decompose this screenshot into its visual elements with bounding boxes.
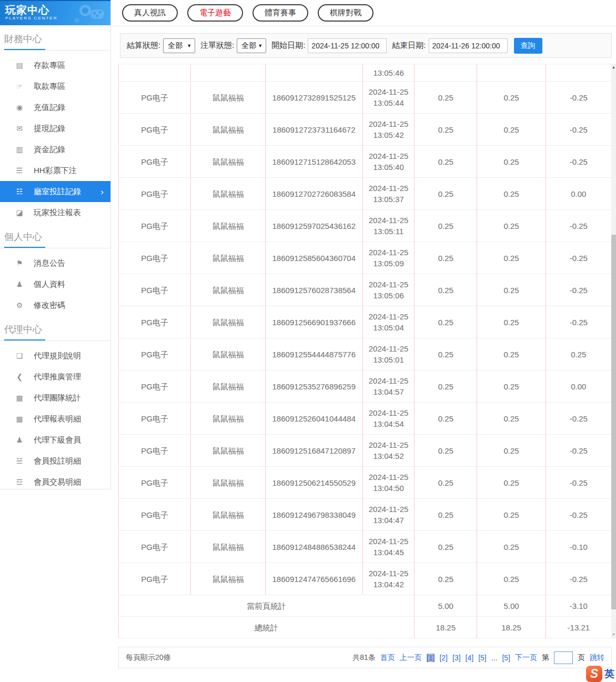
table-row: PG电子鼠鼠福福18609125062145505292024-11-2513:… — [119, 467, 612, 499]
sidebar-item-hall-bet-records[interactable]: ☷廳室投註記錄› — [0, 181, 110, 202]
sidebar-item-agent-rules[interactable]: ❏代理規則說明 — [0, 345, 110, 366]
page-link[interactable]: [5] — [478, 654, 487, 662]
sidebar-item-withdrawal-records[interactable]: ✉提現記錄 — [0, 118, 110, 139]
page-link-current[interactable]: [1] — [427, 654, 435, 662]
scroll-down-icon[interactable]: ▼ — [611, 633, 616, 637]
next-page-link[interactable]: 下一页 — [515, 653, 537, 663]
table-row: PG电子鼠鼠福福18609125970254361622024-11-2513:… — [119, 210, 612, 242]
total-summary-bet: 18.25 — [415, 617, 477, 638]
tab-board-card-games[interactable]: 棋牌對戰 — [318, 4, 373, 22]
cell-bet-id: 1860912597025436162 — [265, 210, 362, 242]
cell-bet: 0.25 — [415, 146, 477, 178]
cell-game: 鼠鼠福福 — [191, 435, 265, 467]
sidebar-item-label: 個人資料 — [34, 279, 65, 289]
bet-date: 2024-11-25 — [363, 279, 414, 290]
order-status-select[interactable]: 全部 ▼ — [237, 38, 266, 53]
cell-result: -0.25 — [546, 563, 611, 595]
page-link[interactable]: [4] — [466, 654, 474, 662]
section-title: 個人中心 — [0, 223, 110, 247]
sidebar-item-profile[interactable]: ♟個人資料 — [0, 274, 110, 295]
cell-game: 鼠鼠福福 — [191, 242, 265, 274]
start-date-input[interactable] — [308, 38, 387, 53]
sidebar-item-label: 代理團隊統計 — [34, 393, 81, 403]
cell-time: 2024-11-2513:05:06 — [362, 274, 414, 306]
sidebar-item-hh-lottery-bets[interactable]: ☰HH彩票下注 — [0, 160, 110, 181]
scrollbar-thumb[interactable] — [611, 235, 616, 609]
list-icon: ☱ — [15, 457, 24, 465]
jump-button[interactable]: 跳转 — [590, 653, 604, 663]
sidebar-item-label: 提現記錄 — [34, 124, 65, 134]
sidebar-item-agent-sub-members[interactable]: ♟代理下級會員 — [0, 429, 110, 450]
sidebar-item-deposit[interactable]: ▤存款專區 — [0, 55, 110, 76]
cell-valid: 0.25 — [477, 531, 546, 563]
filter-bar: 結算狀態: 全部 ▼ 注單狀態: 全部 ▼ 開始日期: 結束日期: 查詢 — [120, 33, 612, 58]
page-link-last[interactable]: [5] — [502, 654, 510, 662]
sidebar-item-announcements[interactable]: ⚑消息公告 — [0, 253, 110, 274]
sidebar-item-member-bet-details[interactable]: ☱會員投註明細 — [0, 450, 110, 472]
vertical-scrollbar[interactable]: ▲ ▼ — [611, 64, 616, 638]
jump-page-input[interactable] — [554, 651, 573, 664]
total-summary-label: 總統計 — [119, 617, 415, 638]
bet-clock: 13:05:40 — [363, 162, 414, 173]
cell-valid: 0.25 — [477, 435, 546, 467]
cell-game: 鼠鼠福福 — [191, 499, 265, 531]
cell-result: 0.00 — [546, 370, 611, 403]
bet-clock: 13:05:09 — [363, 258, 414, 269]
sidebar-item-player-bet-report[interactable]: ◪玩家投注報表 — [0, 202, 110, 223]
bet-clock: 13:04:47 — [363, 515, 414, 526]
sidebar-item-agent-report-details[interactable]: ▦代理報表明細 — [0, 408, 110, 429]
page-link[interactable]: [2] — [439, 654, 448, 662]
cell-result: 0.00 — [546, 178, 611, 210]
sidebar-item-member-transaction-details[interactable]: ☲會員交易明細 — [0, 472, 110, 493]
cell-result — [546, 64, 611, 82]
cell-platform: PG电子 — [119, 146, 191, 178]
cell-time: 2024-11-2513:04:45 — [362, 531, 414, 563]
tab-electronic-games[interactable]: 電子遊藝 — [187, 4, 243, 22]
cell-result: -0.25 — [546, 146, 611, 178]
cell-game: 鼠鼠福福 — [191, 338, 265, 370]
section-underline-line — [0, 50, 110, 51]
prev-page-link[interactable]: 上一页 — [400, 653, 422, 663]
page-size-text: 每頁顯示20條 — [126, 653, 171, 663]
first-page-link[interactable]: 首页 — [380, 653, 395, 663]
sidebar-item-change-password[interactable]: ⚙修改密碼 — [0, 295, 110, 316]
end-date-input[interactable] — [429, 38, 508, 53]
page-ellipsis: ... — [491, 654, 498, 662]
cell-bet: 0.25 — [415, 467, 477, 499]
table-row: PG电子鼠鼠福福18609127027260835842024-11-2513:… — [119, 178, 612, 210]
sidebar-item-agent-promotion[interactable]: ❮代理推廣管理 — [0, 366, 110, 387]
total-summary-row: 總統計 18.25 18.25 -13.21 — [119, 617, 612, 638]
cell-time: 2024-11-2513:04:42 — [362, 563, 414, 595]
search-button[interactable]: 查詢 — [514, 38, 542, 54]
cell-valid: 0.25 — [477, 210, 546, 242]
settle-status-select[interactable]: 全部 ▼ — [163, 38, 195, 53]
sogou-ime-icon[interactable]: S — [586, 666, 602, 682]
cell-bet: 0.25 — [415, 499, 477, 531]
tab-live-video[interactable]: 真人視訊 — [122, 4, 178, 22]
sidebar-item-recharge-records[interactable]: ◉充值記錄 — [0, 97, 110, 118]
bet-clock: 13:04:45 — [363, 547, 414, 558]
bet-clock: 13:04:52 — [363, 450, 414, 462]
bet-date: 2024-11-25 — [363, 439, 414, 450]
pagination-bar: 每頁顯示20條 共81条 首页 上一页 [1][2][3][4][5]...[5… — [118, 647, 612, 668]
sidebar-item-withdraw[interactable]: ☞取款專區 — [0, 76, 110, 97]
cell-platform: PG电子 — [119, 499, 191, 531]
tab-sports-events[interactable]: 體育賽事 — [253, 4, 308, 22]
scroll-up-icon[interactable]: ▲ — [611, 65, 616, 69]
sidebar-item-fund-records[interactable]: ▥資金記錄 — [0, 139, 110, 160]
sidebar-item-label: 代理報表明細 — [34, 414, 81, 424]
sidebar-item-label: 會員投註明細 — [34, 456, 81, 466]
page-link[interactable]: [3] — [452, 654, 461, 662]
cell-time: 2024-11-2513:05:01 — [362, 338, 414, 370]
section-underline-line — [0, 248, 110, 248]
bank-card-icon: ▤ — [15, 61, 24, 69]
sidebar-nav: 財務中心▤存款專區☞取款專區◉充值記錄✉提現記錄▥資金記錄☰HH彩票下注☷廳室投… — [0, 25, 110, 493]
cell-valid: 0.25 — [477, 403, 546, 435]
bet-date: 2024-11-25 — [363, 215, 414, 226]
bet-date: 2024-11-25 — [363, 311, 414, 322]
cell-result: -0.25 — [546, 435, 611, 467]
cell-platform: PG电子 — [119, 467, 191, 499]
cell-time: 2024-11-2513:04:52 — [362, 435, 414, 467]
sidebar-item-agent-team-stats[interactable]: ▦代理團隊統計 — [0, 387, 110, 408]
cell-bet: 0.25 — [415, 242, 477, 274]
